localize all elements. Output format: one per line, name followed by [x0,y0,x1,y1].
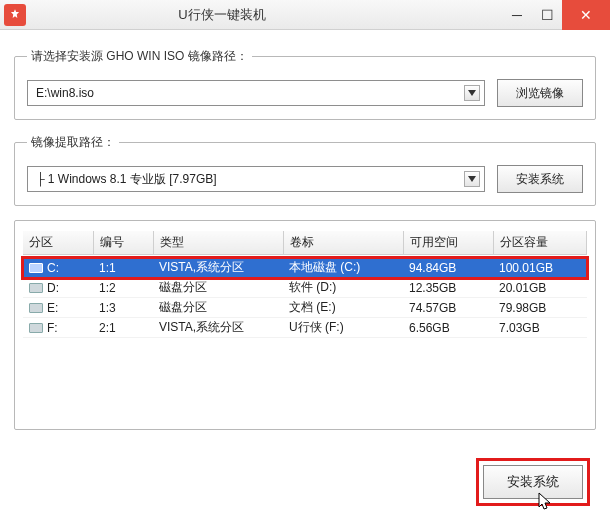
cell: 文档 (E:) [283,298,403,318]
table-row[interactable]: D:1:2磁盘分区软件 (D:)12.35GB20.01GB [23,278,587,298]
cell: 1:1 [93,258,153,278]
browse-button[interactable]: 浏览镜像 [497,79,583,107]
cell: C: [23,258,93,278]
install-button-bottom[interactable]: 安装系统 [483,465,583,499]
cell: 磁盘分区 [153,278,283,298]
cell: VISTA,系统分区 [153,318,283,338]
image-select-value: ├ 1 Windows 8.1 专业版 [7.97GB] [36,171,217,188]
cell: 磁盘分区 [153,298,283,318]
minimize-button[interactable]: ─ [502,0,532,30]
chevron-down-icon [464,85,480,101]
cell: F: [23,318,93,338]
table-header: 分区 编号 类型 卷标 可用空间 分区容量 [23,231,587,255]
cell: 6.56GB [403,318,493,338]
titlebar: U行侠一键装机 ─ ☐ ✕ [0,0,610,30]
cell: 79.98GB [493,298,587,318]
cell: U行侠 (F:) [283,318,403,338]
disk-icon [29,263,43,273]
col-free[interactable]: 可用空间 [403,231,493,255]
cell: 1:3 [93,298,153,318]
disk-icon [29,323,43,333]
table-body: C:1:1VISTA,系统分区本地磁盘 (C:)94.84GB100.01GBD… [23,255,587,338]
table-row[interactable]: C:1:1VISTA,系统分区本地磁盘 (C:)94.84GB100.01GB [23,258,587,278]
footer: 安装系统 [14,458,596,506]
cell: D: [23,278,93,298]
cell: 7.03GB [493,318,587,338]
close-button[interactable]: ✕ [562,0,610,30]
cell: 100.01GB [493,258,587,278]
extract-legend: 镜像提取路径： [27,134,119,151]
partition-table: 分区 编号 类型 卷标 可用空间 分区容量 C:1:1VISTA,系统分区本地磁… [23,231,587,338]
source-path-select[interactable]: E:\win8.iso [27,80,485,106]
col-label[interactable]: 卷标 [283,231,403,255]
table-row[interactable]: F:2:1VISTA,系统分区U行侠 (F:)6.56GB7.03GB [23,318,587,338]
extract-group: 镜像提取路径： ├ 1 Windows 8.1 专业版 [7.97GB] 安装系… [14,134,596,206]
window-title: U行侠一键装机 [0,6,502,24]
image-select[interactable]: ├ 1 Windows 8.1 专业版 [7.97GB] [27,166,485,192]
chevron-down-icon [464,171,480,187]
maximize-button[interactable]: ☐ [532,0,562,30]
cell: 94.84GB [403,258,493,278]
source-legend: 请选择安装源 GHO WIN ISO 镜像路径： [27,48,252,65]
cell: 本地磁盘 (C:) [283,258,403,278]
col-drive[interactable]: 分区 [23,231,93,255]
source-path-value: E:\win8.iso [36,86,94,100]
window-controls: ─ ☐ ✕ [502,0,610,30]
col-num[interactable]: 编号 [93,231,153,255]
col-type[interactable]: 类型 [153,231,283,255]
partition-panel: 分区 编号 类型 卷标 可用空间 分区容量 C:1:1VISTA,系统分区本地磁… [14,220,596,430]
disk-icon [29,303,43,313]
cell: VISTA,系统分区 [153,258,283,278]
cell: 74.57GB [403,298,493,318]
cell: 2:1 [93,318,153,338]
table-row[interactable]: E:1:3磁盘分区文档 (E:)74.57GB79.98GB [23,298,587,318]
cell: 20.01GB [493,278,587,298]
highlight-box: 安装系统 [476,458,590,506]
disk-icon [29,283,43,293]
cell: E: [23,298,93,318]
cell: 软件 (D:) [283,278,403,298]
source-group: 请选择安装源 GHO WIN ISO 镜像路径： E:\win8.iso 浏览镜… [14,48,596,120]
cell: 1:2 [93,278,153,298]
install-button-top[interactable]: 安装系统 [497,165,583,193]
col-total[interactable]: 分区容量 [493,231,587,255]
content-area: 请选择安装源 GHO WIN ISO 镜像路径： E:\win8.iso 浏览镜… [0,30,610,520]
cell: 12.35GB [403,278,493,298]
